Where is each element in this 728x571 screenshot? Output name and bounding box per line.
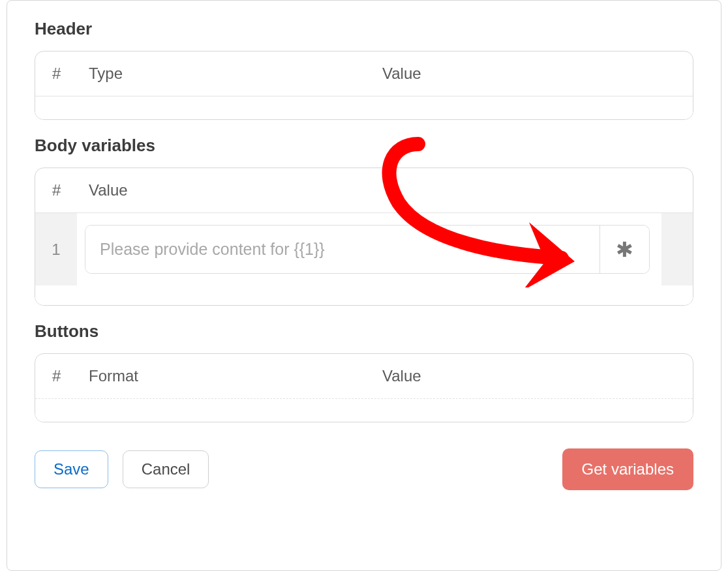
body-variables-col-value: Value <box>89 181 676 199</box>
header-col-type: Type <box>89 65 382 83</box>
buttons-panel: # Format Value <box>35 353 693 422</box>
action-buttons-row: Save Cancel Get variables <box>35 448 693 490</box>
row-input-cell: ✱ <box>77 213 661 286</box>
body-variables-panel: # Value 1 ✱ <box>35 168 693 306</box>
buttons-col-format: Format <box>89 367 382 385</box>
buttons-section-title: Buttons <box>35 321 693 342</box>
save-button[interactable]: Save <box>35 450 108 488</box>
header-col-hash: # <box>52 65 89 83</box>
cancel-button[interactable]: Cancel <box>123 450 209 488</box>
body-variables-footer <box>35 286 693 305</box>
header-empty-body <box>35 96 693 119</box>
variable-input-group: ✱ <box>85 225 650 274</box>
table-row: 1 ✱ <box>35 212 693 286</box>
buttons-col-hash: # <box>52 367 89 385</box>
body-variables-section-title: Body variables <box>35 136 693 156</box>
form-container: Header # Type Value Body variables # Val… <box>7 0 721 571</box>
header-section-title: Header <box>35 19 693 39</box>
row-trailing-gap <box>661 213 693 286</box>
header-col-value: Value <box>382 65 676 83</box>
row-index: 1 <box>35 213 77 286</box>
header-panel: # Type Value <box>35 51 693 120</box>
body-variables-col-hash: # <box>52 181 89 199</box>
body-variables-column-row: # Value <box>35 168 693 212</box>
buttons-empty-body <box>35 398 693 422</box>
buttons-col-value: Value <box>382 367 676 385</box>
variable-input[interactable] <box>85 226 599 273</box>
asterisk-icon[interactable]: ✱ <box>599 226 649 273</box>
buttons-column-row: # Format Value <box>35 354 693 398</box>
header-column-row: # Type Value <box>35 51 693 96</box>
get-variables-button[interactable]: Get variables <box>562 448 693 490</box>
